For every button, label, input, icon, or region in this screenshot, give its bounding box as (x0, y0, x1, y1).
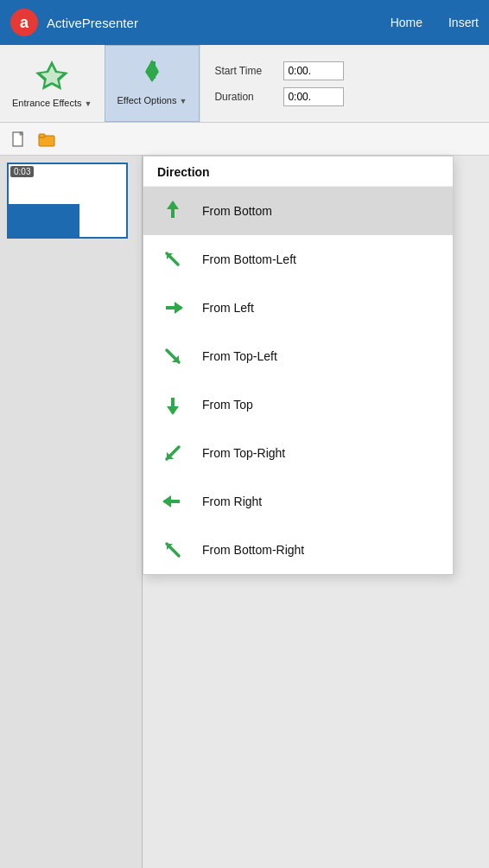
duration-input[interactable] (283, 87, 344, 106)
app-name: ActivePresenter (47, 16, 138, 30)
direction-from-bottom[interactable]: From Bottom (143, 187, 453, 235)
from-top-label: From Top (202, 398, 253, 412)
from-left-icon (157, 292, 188, 323)
app-logo: a (10, 9, 38, 36)
from-bottom-left-label: From Bottom-Left (202, 252, 296, 266)
direction-from-top-right[interactable]: From Top-Right (143, 429, 453, 477)
svg-rect-11 (39, 134, 45, 137)
slide-time-badge: 0:03 (10, 166, 34, 177)
from-bottom-icon (157, 195, 188, 227)
direction-from-right[interactable]: From Right (143, 477, 453, 526)
from-left-label: From Left (202, 301, 254, 315)
title-bar-nav: Home Insert (391, 16, 479, 29)
svg-marker-21 (167, 406, 179, 415)
from-bottom-right-label: From Bottom-Right (202, 543, 304, 557)
entrance-effects-icon (35, 57, 68, 94)
effect-options-icon (138, 60, 166, 92)
from-top-right-icon (157, 437, 188, 469)
direction-from-bottom-left[interactable]: From Bottom-Left (143, 235, 453, 284)
title-bar: a ActivePresenter Home Insert (0, 0, 489, 45)
start-time-field: Start Time (214, 61, 344, 80)
open-file-icon (38, 131, 55, 147)
svg-marker-6 (146, 60, 158, 70)
nav-insert[interactable]: Insert (448, 16, 479, 29)
new-document-icon (11, 131, 27, 147)
svg-marker-17 (175, 302, 183, 314)
from-top-right-label: From Top-Right (202, 446, 285, 460)
slide-thumbnail[interactable]: 0:03 (7, 163, 128, 239)
slide-blue-block (9, 204, 79, 237)
from-top-left-label: From Top-Left (202, 349, 277, 363)
direction-from-top-left[interactable]: From Top-Left (143, 332, 453, 380)
effect-options-button[interactable]: Effect Options ▼ (105, 45, 200, 122)
ribbon-timing-panel: Start Time Duration (200, 45, 358, 122)
entrance-effects-button[interactable]: Entrance Effects ▼ (0, 45, 105, 122)
toolbar (0, 123, 489, 156)
direction-from-bottom-right[interactable]: From Bottom-Right (143, 526, 453, 574)
start-time-input[interactable] (283, 61, 344, 80)
from-right-icon (157, 486, 188, 517)
effect-options-label: Effect Options ▼ (117, 95, 187, 106)
from-bottom-left-icon (157, 244, 188, 275)
entrance-effects-label: Entrance Effects ▼ (12, 98, 92, 109)
direction-dropdown: Direction From Bottom From Bottom-Left (143, 156, 454, 575)
direction-from-left[interactable]: From Left (143, 284, 453, 332)
open-file-button[interactable] (35, 127, 59, 151)
ribbon: Entrance Effects ▼ Effect Options ▼ Star… (0, 45, 489, 123)
slide-panel: 0:03 (0, 156, 143, 868)
from-top-left-icon (157, 341, 188, 372)
from-bottom-right-icon (157, 534, 188, 565)
svg-marker-13 (167, 201, 179, 209)
main-area: 0:03 Direction From Bottom (0, 156, 489, 868)
direction-header: Direction (143, 156, 453, 187)
svg-marker-25 (162, 495, 171, 507)
duration-label: Duration (214, 91, 276, 103)
from-right-label: From Right (202, 495, 262, 508)
direction-from-top[interactable]: From Top (143, 380, 453, 429)
from-bottom-label: From Bottom (202, 204, 272, 218)
new-document-button[interactable] (7, 127, 31, 151)
start-time-label: Start Time (214, 65, 276, 77)
duration-field: Duration (214, 87, 344, 106)
nav-home[interactable]: Home (391, 16, 422, 29)
from-top-icon (157, 389, 188, 420)
